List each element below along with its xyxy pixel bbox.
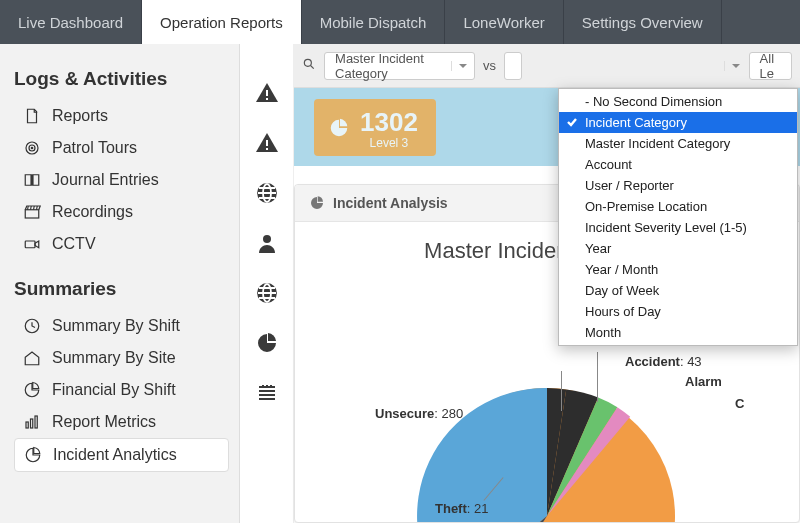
- dropdown-item-master-incident-category[interactable]: Master Incident Category: [559, 133, 797, 154]
- person-icon[interactable]: [254, 230, 280, 256]
- dropdown-item-account[interactable]: Account: [559, 154, 797, 175]
- main-area: Master Incident Category vs All Le 1302: [240, 44, 800, 523]
- sidebar-item-label: Journal Entries: [52, 171, 159, 189]
- level-filter-select[interactable]: All Le: [749, 52, 792, 80]
- chevron-down-icon[interactable]: [724, 61, 741, 71]
- svg-rect-6: [26, 422, 28, 428]
- book-icon: [22, 170, 42, 190]
- dropdown-item-severity-level[interactable]: Incident Severity Level (1-5): [559, 217, 797, 238]
- sidebar-item-summary-by-site[interactable]: Summary By Site: [14, 342, 229, 374]
- sidebar-item-reports[interactable]: Reports: [14, 100, 229, 132]
- dropdown-item-user-reporter[interactable]: User / Reporter: [559, 175, 797, 196]
- svg-rect-3: [25, 210, 39, 218]
- svg-rect-7: [31, 419, 33, 428]
- svg-rect-11: [266, 140, 268, 146]
- svg-rect-4: [25, 241, 35, 248]
- clapper-icon: [22, 202, 42, 222]
- svg-point-15: [263, 235, 271, 243]
- globe-icon[interactable]: [254, 280, 280, 306]
- pie-icon[interactable]: [254, 330, 280, 356]
- sidebar-item-label: CCTV: [52, 235, 96, 253]
- search-icon[interactable]: [302, 57, 316, 75]
- bars-icon: [22, 412, 42, 432]
- pie-icon: [309, 195, 325, 211]
- sidebar-item-patrol-tours[interactable]: Patrol Tours: [14, 132, 229, 164]
- pie-icon: [23, 445, 43, 465]
- chevron-down-icon: [451, 61, 468, 71]
- sidebar-item-cctv[interactable]: CCTV: [14, 228, 229, 260]
- sidebar-item-label: Patrol Tours: [52, 139, 137, 157]
- select-label: All Le: [760, 51, 785, 81]
- dropdown-item-month[interactable]: Month: [559, 322, 797, 343]
- sidebar-item-label: Summary By Shift: [52, 317, 180, 335]
- top-nav: Live Dashboard Operation Reports Mobile …: [0, 0, 800, 44]
- filter-bar: Master Incident Category vs All Le: [294, 44, 800, 88]
- dropdown-item-on-premise-location[interactable]: On-Premise Location: [559, 196, 797, 217]
- list-icon[interactable]: [254, 380, 280, 406]
- stat-card-level-3[interactable]: 1302 Level 3: [314, 99, 436, 156]
- svg-rect-8: [35, 416, 37, 428]
- sidebar-item-label: Recordings: [52, 203, 133, 221]
- dropdown-item-day-of-week[interactable]: Day of Week: [559, 280, 797, 301]
- vs-label: vs: [483, 58, 496, 73]
- sidebar-item-label: Incident Analytics: [53, 446, 177, 464]
- second-dimension-dropdown[interactable]: - No Second Dimension Incident Category …: [558, 88, 798, 346]
- tab-settings-overview[interactable]: Settings Overview: [564, 0, 722, 44]
- svg-rect-12: [266, 148, 268, 150]
- check-icon: [566, 116, 578, 131]
- sidebar-item-financial-by-shift[interactable]: Financial By Shift: [14, 374, 229, 406]
- slice-label-accident: Accident: 43: [625, 354, 702, 369]
- home-icon: [22, 348, 42, 368]
- warning-icon[interactable]: [254, 80, 280, 106]
- sidebar-item-journal-entries[interactable]: Journal Entries: [14, 164, 229, 196]
- dropdown-item-year-month[interactable]: Year / Month: [559, 259, 797, 280]
- sidebar: Logs & Activities Reports Patrol Tours J…: [0, 44, 240, 523]
- content-area: Master Incident Category vs All Le 1302: [294, 44, 800, 523]
- tab-operation-reports[interactable]: Operation Reports: [142, 0, 302, 44]
- primary-dimension-select[interactable]: Master Incident Category: [324, 52, 475, 80]
- tab-live-dashboard[interactable]: Live Dashboard: [0, 0, 142, 44]
- panel-title: Incident Analysis: [333, 195, 448, 211]
- pie-icon: [22, 380, 42, 400]
- svg-point-18: [304, 59, 311, 66]
- svg-rect-9: [266, 90, 268, 96]
- slice-label-unsecure: Unsecure: 280: [375, 406, 463, 421]
- sidebar-item-summary-by-shift[interactable]: Summary By Shift: [14, 310, 229, 342]
- sidebar-item-incident-analytics[interactable]: Incident Analytics: [14, 438, 229, 472]
- slice-label-theft: Theft: 21: [435, 501, 488, 516]
- sidebar-item-label: Report Metrics: [52, 413, 156, 431]
- target-icon: [22, 138, 42, 158]
- sidebar-heading-logs: Logs & Activities: [14, 68, 229, 90]
- icon-rail: [240, 44, 294, 523]
- dropdown-item-year[interactable]: Year: [559, 238, 797, 259]
- select-label: Master Incident Category: [335, 51, 443, 81]
- sidebar-heading-summaries: Summaries: [14, 278, 229, 300]
- sidebar-item-label: Financial By Shift: [52, 381, 176, 399]
- camera-icon: [22, 234, 42, 254]
- sidebar-item-recordings[interactable]: Recordings: [14, 196, 229, 228]
- stat-value: 1302: [360, 107, 418, 137]
- dropdown-item-hours-of-day[interactable]: Hours of Day: [559, 301, 797, 322]
- sidebar-item-label: Reports: [52, 107, 108, 125]
- pie-svg: [387, 356, 707, 522]
- pie-icon: [328, 117, 350, 139]
- sidebar-item-label: Summary By Site: [52, 349, 176, 367]
- page-icon: [22, 106, 42, 126]
- tab-loneworker[interactable]: LoneWorker: [445, 0, 563, 44]
- svg-point-2: [31, 147, 33, 149]
- secondary-dimension-select[interactable]: [504, 52, 522, 80]
- stat-level: Level 3: [360, 136, 418, 150]
- slice-label-c: C: [735, 396, 744, 411]
- dropdown-item-incident-category[interactable]: Incident Category: [559, 112, 797, 133]
- globe-icon[interactable]: [254, 180, 280, 206]
- slice-label-alarm: Alarm: [685, 374, 722, 389]
- svg-rect-10: [266, 98, 268, 100]
- clock-icon: [22, 316, 42, 336]
- sidebar-item-report-metrics[interactable]: Report Metrics: [14, 406, 229, 438]
- tab-mobile-dispatch[interactable]: Mobile Dispatch: [302, 0, 446, 44]
- warning-icon[interactable]: [254, 130, 280, 156]
- dropdown-item-none[interactable]: - No Second Dimension: [559, 91, 797, 112]
